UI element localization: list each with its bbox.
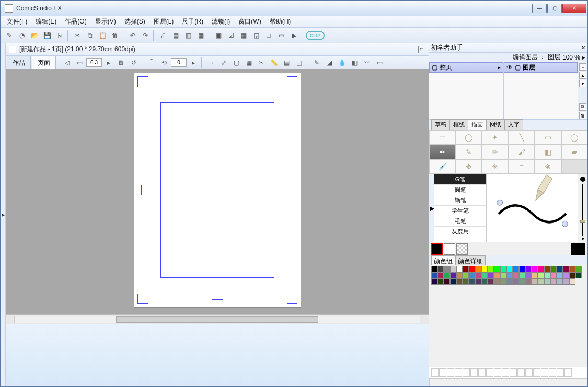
marker2-icon[interactable]: ✏ <box>482 145 509 159</box>
tone-cell[interactable] <box>439 368 446 377</box>
menu-layer[interactable]: 图层(L) <box>149 16 178 27</box>
palette-swatch[interactable] <box>481 278 488 285</box>
tab-colordetail[interactable]: 颜色详细 <box>455 255 486 265</box>
panel3-icon[interactable]: ◲ <box>250 30 262 41</box>
crop-icon[interactable]: ✂ <box>256 57 267 68</box>
palette-swatch[interactable] <box>550 278 557 285</box>
palette-swatch[interactable] <box>463 272 469 278</box>
canvas-hscroll[interactable] <box>6 314 429 324</box>
palette-swatch[interactable] <box>463 266 469 272</box>
panel1-icon[interactable]: ▣ <box>213 30 224 41</box>
page3-icon[interactable]: ▦ <box>195 30 206 41</box>
burst-icon[interactable]: ✳ <box>482 159 509 174</box>
palette-swatch[interactable] <box>506 272 513 278</box>
nav-wholepage-header[interactable]: ▢ 整页 ▸ <box>429 62 503 73</box>
palette-swatch[interactable] <box>494 272 500 278</box>
eraser-icon[interactable]: ◧ <box>349 57 360 68</box>
palette-swatch[interactable] <box>563 278 569 285</box>
panel-close-icon[interactable]: ✕ <box>581 45 585 51</box>
palette-swatch[interactable] <box>431 272 437 278</box>
palette-swatch[interactable] <box>444 266 450 272</box>
tone-cell[interactable] <box>447 368 454 377</box>
palette-swatch[interactable] <box>437 266 444 272</box>
clock-icon[interactable]: ◔ <box>16 30 28 41</box>
delete-icon[interactable]: 🗑 <box>109 30 121 41</box>
eyedropper-icon[interactable]: 💉 <box>429 159 456 174</box>
palette-swatch[interactable] <box>575 266 582 272</box>
text-icon[interactable]: ▭ <box>374 57 385 68</box>
palette-swatch[interactable] <box>481 266 488 272</box>
palette-swatch[interactable] <box>469 266 475 272</box>
play-icon[interactable]: ▶ <box>288 30 299 41</box>
brush-icon[interactable]: 〰 <box>361 57 373 68</box>
menu-work[interactable]: 作品(O) <box>61 16 90 27</box>
win1-icon[interactable]: □ <box>263 30 274 41</box>
doc-maximize-icon[interactable]: ▢ <box>418 46 425 53</box>
angle-field[interactable] <box>171 58 187 67</box>
palette-swatch[interactable] <box>563 272 569 278</box>
palette-swatch[interactable] <box>525 278 532 285</box>
palette-swatch[interactable] <box>513 278 519 285</box>
menu-filter[interactable]: 滤镜(I) <box>207 16 234 27</box>
panel2-icon[interactable]: ☑ <box>225 30 237 41</box>
palette-swatch[interactable] <box>494 278 500 285</box>
ellipse-icon[interactable]: ◯ <box>561 130 588 145</box>
tab-tone[interactable]: 网纸 <box>486 119 505 130</box>
menu-file[interactable]: 文件(F) <box>3 16 31 27</box>
palette-swatch[interactable] <box>437 278 444 285</box>
palette-swatch[interactable] <box>450 278 456 285</box>
undo-icon[interactable]: ↶ <box>127 30 139 41</box>
palette-swatch[interactable] <box>500 272 506 278</box>
palette-swatch[interactable] <box>532 278 538 285</box>
palette-swatch[interactable] <box>481 272 488 278</box>
palette-swatch[interactable] <box>437 272 444 278</box>
palette-swatch[interactable] <box>456 278 463 285</box>
tone-cell[interactable] <box>502 368 509 377</box>
palette-swatch[interactable] <box>569 266 575 272</box>
palette-swatch[interactable] <box>513 272 519 278</box>
transparent-swatch[interactable] <box>456 243 468 255</box>
save-icon[interactable]: 💾 <box>41 30 53 41</box>
rect-select-icon[interactable]: ▭ <box>429 130 456 145</box>
print-icon[interactable]: 🖨 <box>157 30 169 41</box>
chevron-right-icon[interactable]: ▸ <box>582 54 585 61</box>
maximize-button[interactable]: ▢ <box>547 4 562 13</box>
palette-swatch[interactable] <box>525 272 532 278</box>
curve-icon[interactable]: ⌒ <box>146 57 157 68</box>
down-arrow-icon[interactable]: ▼ <box>579 80 586 87</box>
copy-layer-icon[interactable]: ⧉ <box>579 103 586 111</box>
palette-swatch[interactable] <box>475 266 481 272</box>
palette-swatch[interactable] <box>450 266 456 272</box>
fit-icon[interactable]: ▭ <box>74 57 85 68</box>
palette-swatch[interactable] <box>500 278 506 285</box>
triangle-icon[interactable]: ◢ <box>324 57 335 68</box>
marker-icon[interactable]: ✎ <box>311 57 322 68</box>
zoom-field[interactable] <box>86 58 102 67</box>
palette-swatch[interactable] <box>519 272 525 278</box>
tone-cell[interactable] <box>486 368 493 377</box>
palette-swatch[interactable] <box>469 278 475 285</box>
menu-select[interactable]: 选择(S) <box>120 16 149 27</box>
trash-icon[interactable]: 🗑 <box>579 112 586 119</box>
palette-swatch[interactable] <box>494 266 500 272</box>
up-arrow-icon[interactable]: ▲ <box>579 72 586 79</box>
tone-cell[interactable] <box>478 368 486 377</box>
nav-wholepage-body[interactable] <box>429 73 503 119</box>
page2-icon[interactable]: ▥ <box>182 30 194 41</box>
menu-icon[interactable]: ≡ <box>579 63 586 71</box>
tab-draw[interactable]: 描画 <box>468 119 487 130</box>
lasso-icon[interactable]: ◯ <box>456 130 482 145</box>
palette-swatch[interactable] <box>463 278 469 285</box>
minimize-button[interactable]: — <box>532 4 547 13</box>
hand-icon[interactable]: ⤢ <box>218 57 229 68</box>
copy-icon[interactable]: ⧉ <box>84 30 96 41</box>
tone-cell[interactable] <box>470 368 478 377</box>
tone-cell[interactable] <box>557 368 564 377</box>
fg-color-swatch[interactable] <box>431 243 443 255</box>
tone-hscroll[interactable] <box>429 378 587 386</box>
pen-item[interactable]: G笔 <box>434 174 486 185</box>
pen-collapse-icon[interactable]: ▶ <box>429 174 434 242</box>
pen-item[interactable]: 镝笔 <box>434 195 486 206</box>
palette-swatch[interactable] <box>444 272 450 278</box>
palette-swatch[interactable] <box>456 266 463 272</box>
